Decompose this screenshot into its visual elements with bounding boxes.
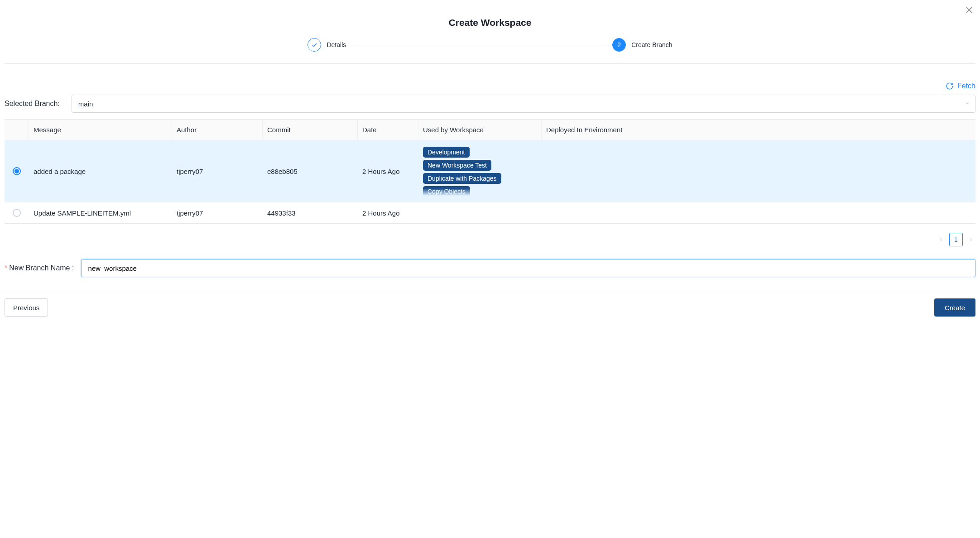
previous-button[interactable]: Previous: [5, 298, 48, 317]
row-radio[interactable]: [13, 167, 21, 175]
selected-branch-label: Selected Branch:: [5, 100, 60, 108]
cell-date: 2 Hours Ago: [358, 203, 418, 223]
create-workspace-modal: Create Workspace Details 2 Create Branch…: [0, 0, 980, 325]
selected-branch-value: main: [78, 100, 93, 108]
table-row[interactable]: added a package tjperry07 e88eb805 2 Hou…: [5, 140, 975, 202]
cell-environment: [542, 207, 975, 219]
row-radio[interactable]: [13, 209, 21, 217]
wizard-steps: Details 2 Create Branch: [0, 38, 980, 63]
page-number[interactable]: 1: [949, 233, 963, 246]
new-branch-row: *New Branch Name :: [5, 255, 975, 290]
chevron-left-icon: [938, 237, 944, 242]
cell-environment: [542, 165, 975, 178]
th-workspace: Used by Workspace: [418, 120, 542, 140]
cell-commit: 44933f33: [263, 203, 358, 223]
page-prev-button[interactable]: [937, 235, 946, 244]
cell-author: tjperry07: [172, 203, 263, 223]
step-check-icon: [307, 38, 321, 52]
selected-branch-row: Selected Branch: main: [5, 95, 975, 113]
th-author: Author: [172, 120, 263, 140]
pagination: 1: [5, 224, 975, 255]
new-branch-input[interactable]: [81, 259, 975, 277]
cell-commit: e88eb805: [263, 161, 358, 182]
chevron-right-icon: [968, 237, 974, 242]
fetch-label: Fetch: [957, 82, 975, 90]
step-create-branch[interactable]: 2 Create Branch: [612, 38, 672, 52]
step-details[interactable]: Details: [307, 38, 346, 52]
modal-content: Fetch Selected Branch: main Message Auth…: [0, 64, 980, 290]
th-commit: Commit: [263, 120, 358, 140]
th-message: Message: [29, 120, 172, 140]
commits-table: Message Author Commit Date Used by Works…: [5, 119, 975, 224]
modal-title: Create Workspace: [0, 17, 980, 28]
close-icon: [965, 5, 974, 14]
step-connector: [352, 45, 606, 45]
table-row[interactable]: Update SAMPLE-LINEITEM.yml tjperry07 449…: [5, 202, 975, 223]
step-create-branch-label: Create Branch: [631, 41, 672, 48]
cell-author: tjperry07: [172, 161, 263, 182]
workspace-tag: Copy Objects: [423, 186, 470, 196]
modal-footer: Previous Create: [0, 290, 980, 325]
close-button[interactable]: [965, 5, 974, 16]
cell-workspace: Development New Workspace Test Duplicate…: [418, 140, 542, 202]
fetch-button[interactable]: Fetch: [946, 82, 975, 90]
cell-workspace: [418, 207, 542, 219]
cell-date: 2 Hours Ago: [358, 161, 418, 182]
page-next-button[interactable]: [966, 235, 975, 244]
workspace-tag: New Workspace Test: [423, 160, 491, 171]
step-number-icon: 2: [612, 38, 626, 52]
cell-message: added a package: [29, 161, 172, 182]
workspace-tag: Development: [423, 147, 470, 158]
workspace-tag: Duplicate with Packages: [423, 173, 501, 184]
cell-message: Update SAMPLE-LINEITEM.yml: [29, 203, 172, 223]
refresh-icon: [946, 82, 954, 90]
fetch-row: Fetch: [5, 70, 975, 95]
selected-branch-select[interactable]: main: [72, 95, 975, 113]
th-date: Date: [358, 120, 418, 140]
table-header: Message Author Commit Date Used by Works…: [5, 120, 975, 140]
step-details-label: Details: [327, 41, 346, 48]
chevron-down-icon: [965, 100, 970, 107]
th-environment: Deployed In Environment: [542, 120, 975, 140]
create-button[interactable]: Create: [934, 298, 975, 317]
new-branch-label: *New Branch Name :: [5, 264, 74, 272]
modal-header: Create Workspace: [0, 0, 980, 38]
